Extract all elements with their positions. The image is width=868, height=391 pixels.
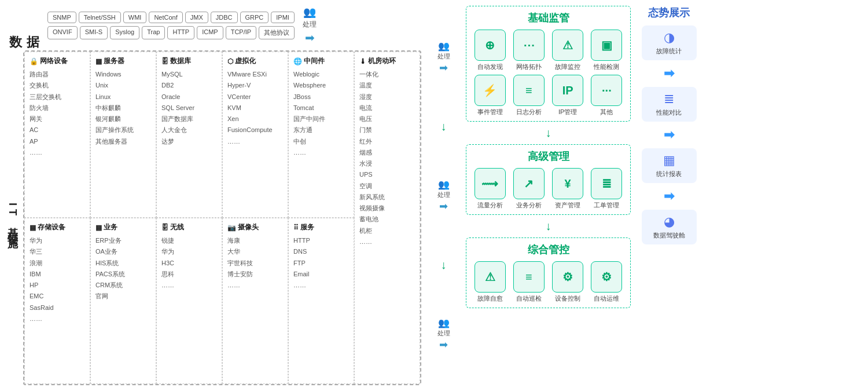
- protocol-tag: SMI-S: [80, 26, 108, 39]
- process-arrow-top: 👥 处理 ➡: [303, 6, 317, 45]
- cell-header-camera: 📷 摄像头: [227, 222, 283, 232]
- cell-content-wireless: 锐捷华为H3C思科……: [161, 235, 217, 291]
- panel-item-工单管理: ≣ 工单管理: [589, 168, 624, 210]
- cell-business: ▦ 业务 ERP业务OA业务HIS系统PACS系统CRM系统官网: [90, 218, 156, 384]
- cell-camera: 📷 摄像头 海康大华宇世科技博士安防……: [222, 218, 288, 384]
- panel-item-label: 日志分析: [516, 108, 542, 116]
- panel-gaoji-title: 高级管理: [472, 149, 624, 163]
- panel-item-label: 自动运维: [594, 294, 619, 303]
- panel-item-IP管理: IP IP管理: [550, 75, 586, 116]
- cell-title-business: 业务: [104, 222, 117, 232]
- cell-network: 🔒 网络设备 路由器交换机三层交换机防火墙网关ACAP……: [24, 52, 90, 218]
- protocol-tag: TCP/IP: [226, 26, 256, 39]
- down-arrow-2: ↓: [441, 258, 447, 272]
- cell-content-database: MySQLDB2OracleSQL Server国产数据库人大金仓达梦: [161, 69, 217, 147]
- far-right-label: 故障统计: [656, 47, 682, 56]
- cell-icon-virtual: ⬡: [227, 57, 233, 65]
- panel-item-其他: ··· 其他: [589, 75, 624, 116]
- panel-icon-box: ▣: [591, 30, 622, 61]
- protocol-tag: HTTP: [167, 26, 194, 39]
- right-panels: 基础监管 ⊕ 自动发现 ⋯ 网络拓扑 ⚠ 故障监控 ▣ 性能检测 ⚡: [466, 6, 631, 385]
- protocol-tag: Telnet/SSH: [79, 12, 121, 23]
- proc-block-3: 👥 处理 ➡: [437, 317, 450, 351]
- cell-title-network: 网络设备: [40, 56, 68, 66]
- protocol-tag: 其他协议: [259, 26, 295, 39]
- panel-icon-box: IP: [552, 75, 583, 106]
- far-right-item-性能对比: ≣ 性能对比: [642, 87, 697, 122]
- cell-icon-middleware: 🌐: [293, 57, 302, 65]
- panel-item-label: 网络拓扑: [516, 63, 542, 71]
- panel-item-事件管理: ⚡ 事件管理: [472, 75, 507, 116]
- cell-title-database: 数据库: [170, 56, 191, 66]
- panel-icon-box: ⊕: [475, 30, 506, 61]
- panel-item-label: 业务分析: [516, 201, 542, 210]
- far-right-arrow-3: ➡: [664, 189, 674, 204]
- cell-icon-camera: 📷: [227, 224, 236, 232]
- cell-header-database: 🗄 数据库: [161, 56, 217, 66]
- panel-item-label: 流量分析: [477, 201, 503, 210]
- mid-process: 👥 处理 ➡ ↓ 👥 处理 ➡ ↓ 👥 处理 ➡: [425, 6, 462, 385]
- cell-content-middleware: WeblogicWebsphereJBossTomcat国产中间件东方通中创……: [293, 69, 349, 158]
- cell-header-middleware: 🌐 中间件: [293, 56, 349, 66]
- panel-item-label: 其他: [600, 108, 613, 116]
- cell-icon-network: 🔒: [30, 57, 38, 65]
- cell-content-network: 路由器交换机三层交换机防火墙网关ACAP……: [30, 69, 85, 158]
- panel-item-label: 事件管理: [477, 108, 503, 116]
- cell-header-virtual: ⬡ 虚拟化: [227, 56, 283, 66]
- panel-item-性能检测: ▣ 性能检测: [589, 30, 624, 71]
- cell-content-virtual: VMware ESXiHyper-VVCenterKVMXenFusionCom…: [227, 69, 283, 147]
- panel-down-1: ↓: [466, 126, 631, 140]
- protocol-tag: GRPC: [240, 12, 269, 23]
- panel-icon-box: ⚙: [552, 261, 583, 293]
- cell-header-service: ⠿ 服务: [293, 222, 349, 232]
- panel-icon-box: ⟿: [475, 168, 506, 199]
- panel-item-网络拓扑: ⋯ 网络拓扑: [511, 30, 546, 71]
- shuju-label: 数据: [5, 25, 44, 26]
- panel-icon-box: ≣: [591, 168, 622, 199]
- panel-icon-box: ≡: [513, 75, 545, 106]
- cell-service: ⠿ 服务 HTTPDNSFTPEmail……: [288, 218, 354, 384]
- cell-content-camera: 海康大华宇世科技博士安防……: [227, 235, 283, 291]
- far-right-icon: ◑: [664, 30, 675, 45]
- panel-item-label: 自动巡检: [516, 294, 542, 303]
- it-label: IT基础设施: [5, 50, 21, 385]
- protocol-tag: Syslog: [110, 26, 139, 39]
- far-right-label: 统计报表: [656, 170, 682, 178]
- cell-server: ▦ 服务器 WindowsUnixLinux中标麒麟银河麒麟国产操作系统其他服务…: [90, 52, 156, 218]
- panel-icon-box: ≡: [513, 261, 545, 293]
- cell-content-storage: 华为华三浪潮IBMHPEMCSasRaid……: [30, 235, 85, 324]
- cell-icon-business: ▦: [95, 224, 102, 232]
- protocol-tag: Trap: [142, 26, 165, 39]
- panel-item-label: IP管理: [558, 108, 577, 116]
- panel-item-label: 设备控制: [555, 294, 580, 303]
- panel-icon-box: ···: [591, 75, 622, 106]
- far-right-icon: ▦: [663, 153, 675, 168]
- panel-icon-box: ↗: [513, 168, 545, 199]
- protocol-tag: ONVIF: [47, 26, 78, 39]
- far-right-item-数据驾驶舱: ◕ 数据驾驶舱: [642, 210, 697, 244]
- it-grid: 🔒 网络设备 路由器交换机三层交换机防火墙网关ACAP…… ▦ 服务器 Wind…: [23, 50, 421, 385]
- protocol-tag: SNMP: [47, 12, 76, 23]
- panel-item-日志分析: ≡ 日志分析: [511, 75, 546, 116]
- panel-item-业务分析: ↗ 业务分析: [511, 168, 546, 210]
- far-right-title: 态势展示: [648, 6, 690, 20]
- cell-title-middleware: 中间件: [304, 56, 325, 66]
- panel-icon-box: ¥: [552, 168, 583, 199]
- panel-item-故障自愈: ⚠ 故障自愈: [472, 261, 507, 303]
- cell-database: 🗄 数据库 MySQLDB2OracleSQL Server国产数据库人大金仓达…: [156, 52, 222, 218]
- cell-middleware: 🌐 中间件 WeblogicWebsphereJBossTomcat国产中间件东…: [288, 52, 354, 218]
- panel-icon-box: ⚠: [552, 30, 583, 61]
- protocol-tag: ICMP: [197, 26, 223, 39]
- panel-item-流量分析: ⟿ 流量分析: [472, 168, 507, 210]
- panel-icon-box: ⚙: [591, 261, 622, 293]
- cell-header-network: 🔒 网络设备: [30, 56, 85, 66]
- cell-icon-database: 🗄: [161, 57, 168, 65]
- panel-icon-box: ⋯: [513, 30, 545, 61]
- panel-item-故障监控: ⚠ 故障监控: [550, 30, 586, 71]
- far-right-item-统计报表: ▦ 统计报表: [642, 148, 697, 183]
- far-right-section: 态势展示 ◑ 故障统计 ➡ ≣ 性能对比 ➡ ▦ 统计报表 ➡ ◕ 数据驾驶舱: [634, 6, 704, 385]
- cell-title-virtual: 虚拟化: [235, 56, 256, 66]
- panel-item-label: 资产管理: [555, 201, 580, 210]
- protocol-tag: WMI: [123, 12, 147, 23]
- proc-block-2: 👥 处理 ➡: [437, 179, 450, 213]
